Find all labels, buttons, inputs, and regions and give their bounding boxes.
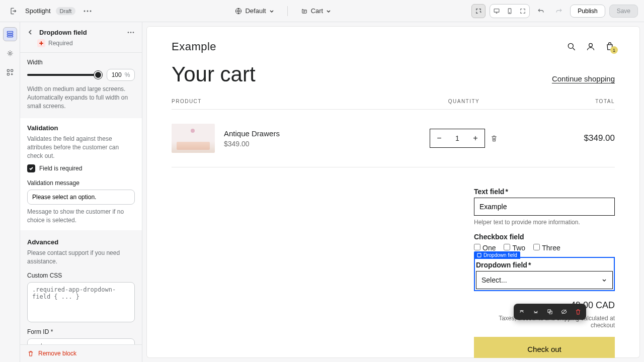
rail-apps-icon[interactable]	[3, 65, 17, 79]
cart-icon[interactable]: 1	[605, 42, 615, 52]
page-dropdown[interactable]: Cart	[297, 5, 336, 17]
continue-shopping-link[interactable]: Continue shopping	[552, 74, 615, 83]
chevron-down-icon	[269, 9, 274, 14]
required-checkbox[interactable]	[27, 164, 35, 172]
account-icon[interactable]	[586, 42, 596, 52]
dropdown-select[interactable]: Select...	[476, 271, 613, 289]
th-quantity: QUANTITY	[414, 99, 514, 104]
sidebar-more-icon[interactable]	[126, 27, 136, 37]
checkbox-option[interactable]: Two	[504, 244, 525, 252]
trash-icon	[27, 350, 34, 357]
toolbar-delete-icon[interactable]	[572, 306, 584, 318]
svg-rect-4	[494, 9, 499, 12]
formid-label: Form ID *	[27, 328, 135, 335]
toolbar-move-down-icon[interactable]	[530, 306, 542, 318]
validation-msg-desc: Message to show the customer if no choic…	[27, 208, 135, 225]
dropdown-field-label: Dropdown field	[476, 261, 527, 269]
draft-badge: Draft	[56, 7, 76, 15]
store-logo: Example	[172, 40, 216, 53]
svg-point-14	[128, 32, 129, 33]
svg-rect-12	[11, 69, 13, 71]
svg-point-20	[589, 43, 593, 47]
advanced-heading: Advanced	[27, 238, 135, 246]
svg-point-16	[133, 32, 134, 33]
qty-increase-button[interactable]: +	[466, 129, 485, 147]
rail-sections-icon[interactable]	[3, 27, 17, 41]
svg-rect-13	[7, 73, 9, 75]
custom-css-label: Custom CSS	[27, 272, 135, 279]
th-total: TOTAL	[514, 99, 615, 104]
required-chip-icon	[37, 39, 45, 47]
cart-row: Antique Drawers $349.00 − 1 + $349.00	[172, 110, 615, 167]
separator	[287, 6, 288, 16]
remove-item-button[interactable]	[490, 134, 498, 142]
validation-desc: Validates the field against these attrib…	[27, 135, 135, 160]
checkbox-option[interactable]: Three	[533, 244, 560, 252]
svg-rect-9	[7, 36, 13, 37]
sidebar-header: Dropdown field	[20, 22, 142, 39]
toolbar-duplicate-icon[interactable]	[544, 306, 556, 318]
product-thumbnail	[172, 124, 215, 153]
save-button: Save	[609, 5, 638, 18]
custom-css-textarea[interactable]: .required-app-dropdown-field { ... }	[27, 282, 135, 322]
checkbox-field-label: Checkbox field	[474, 233, 524, 241]
exit-icon[interactable]	[6, 4, 20, 18]
svg-rect-7	[7, 31, 13, 33]
topbar: Spotlight Draft Default Cart Publish	[0, 0, 644, 22]
svg-point-6	[510, 13, 510, 13]
toolbar-hide-icon[interactable]	[558, 306, 570, 318]
redo-icon[interactable]	[552, 4, 566, 18]
width-slider[interactable]	[27, 74, 102, 76]
back-icon[interactable]	[25, 27, 35, 37]
search-icon[interactable]	[567, 42, 577, 52]
width-value: 100	[112, 71, 122, 78]
product-price: $349.00	[224, 140, 280, 148]
remove-block-button[interactable]: Remove block	[20, 344, 142, 362]
svg-point-10	[9, 52, 11, 54]
width-unit: %	[125, 71, 130, 78]
fullscreen-icon[interactable]	[516, 5, 529, 18]
dropdown-block: Dropdown field Dropdown field* Select...	[474, 257, 615, 291]
text-field-label: Text field	[474, 188, 504, 196]
checkbox-options: One Two Three	[474, 244, 615, 252]
checkout-button[interactable]: Check out	[474, 337, 615, 358]
required-asterisk: *	[528, 261, 531, 269]
quantity-stepper: − 1 +	[430, 129, 485, 148]
svg-point-15	[130, 32, 132, 33]
chevron-down-icon	[326, 9, 331, 14]
dropdown-placeholder: Select...	[481, 276, 507, 284]
formid-input[interactable]	[27, 338, 135, 344]
more-icon[interactable]	[80, 4, 95, 18]
template-dropdown[interactable]: Default	[231, 5, 278, 17]
svg-point-19	[568, 43, 573, 48]
validation-msg-input[interactable]	[27, 190, 135, 205]
publish-button[interactable]: Publish	[570, 5, 605, 18]
template-dropdown-label: Default	[245, 7, 266, 15]
page-title: Your cart	[172, 62, 256, 86]
validation-msg-label: Validation message	[27, 179, 135, 187]
spotlight-label: Spotlight	[25, 7, 51, 15]
th-product: PRODUCT	[172, 99, 414, 104]
rail-settings-icon[interactable]	[3, 46, 17, 60]
svg-rect-8	[7, 34, 13, 35]
inspector-icon[interactable]	[471, 4, 486, 18]
qty-decrease-button[interactable]: −	[430, 129, 448, 147]
remove-block-label: Remove block	[38, 350, 76, 357]
checkbox-option[interactable]: One	[474, 244, 496, 252]
svg-rect-21	[477, 253, 481, 257]
left-rail	[0, 22, 20, 362]
svg-point-0	[84, 10, 86, 12]
required-asterisk: *	[505, 188, 508, 196]
text-field-input[interactable]	[474, 198, 615, 216]
toolbar-move-up-icon[interactable]	[516, 306, 528, 318]
line-total: $349.00	[514, 133, 615, 143]
width-value-input[interactable]: 100 %	[107, 69, 135, 81]
text-field-helper: Helper text to provide more information.	[474, 219, 615, 226]
product-name[interactable]: Antique Drawers	[224, 129, 280, 138]
sidebar-title: Dropdown field	[39, 29, 87, 36]
undo-icon[interactable]	[534, 4, 548, 18]
desktop-icon[interactable]	[490, 5, 503, 18]
svg-rect-11	[7, 69, 9, 71]
mobile-icon[interactable]	[503, 5, 516, 18]
cart-badge: 1	[610, 46, 618, 54]
